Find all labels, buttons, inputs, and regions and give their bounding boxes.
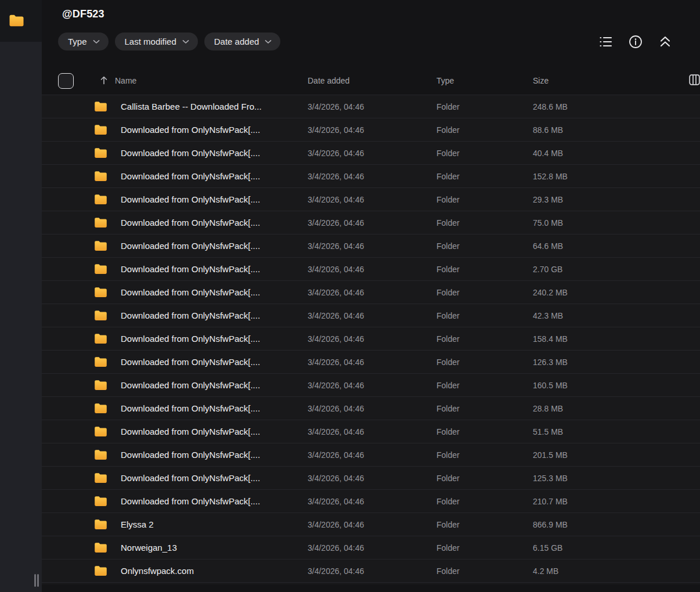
collapse-up-icon[interactable] (658, 35, 672, 49)
file-date-added: 3/4/2026, 04:46 (308, 474, 436, 483)
sidebar-workspace-section (0, 0, 42, 42)
select-all-checkbox[interactable] (58, 73, 74, 89)
file-type: Folder (436, 520, 533, 529)
table-row[interactable]: Downloaded from OnlyNsfwPack[.... 3/4/20… (42, 373, 700, 396)
file-size: 4.2 MB (533, 566, 672, 576)
file-size: 40.4 MB (533, 149, 672, 158)
columns-settings-icon[interactable] (689, 74, 700, 87)
table-row[interactable]: Downloaded from OnlyNsfwPack[.... 3/4/20… (42, 489, 700, 512)
file-type: Folder (436, 149, 533, 158)
column-header-size[interactable]: Size (533, 76, 672, 85)
file-size: 160.5 MB (533, 381, 672, 390)
table-row-partial[interactable] (42, 582, 700, 584)
folder-icon (94, 519, 107, 530)
file-size: 64.6 MB (533, 241, 672, 251)
file-name: Downloaded from OnlyNsfwPack[.... (121, 357, 260, 367)
table-row[interactable]: Downloaded from OnlyNsfwPack[.... 3/4/20… (42, 118, 700, 141)
file-date-added: 3/4/2026, 04:46 (308, 102, 436, 111)
table-row[interactable]: Downloaded from OnlyNsfwPack[.... 3/4/20… (42, 420, 700, 443)
filter-date-added-label: Date added (214, 37, 259, 46)
filter-type-dropdown[interactable]: Type (58, 33, 109, 50)
file-size: 75.0 MB (533, 218, 672, 228)
table-row[interactable]: Downloaded from OnlyNsfwPack[.... 3/4/20… (42, 187, 700, 211)
table-row[interactable]: Downloaded from OnlyNsfwPack[.... 3/4/20… (42, 211, 700, 234)
file-date-added: 3/4/2026, 04:46 (308, 566, 436, 576)
file-type: Folder (436, 265, 533, 274)
folder-icon (9, 14, 24, 30)
file-type: Folder (436, 358, 533, 367)
file-type: Folder (436, 427, 533, 436)
file-name: Downloaded from OnlyNsfwPack[.... (121, 194, 260, 204)
table-row[interactable]: Downloaded from OnlyNsfwPack[.... 3/4/20… (42, 164, 700, 187)
file-name: Downloaded from OnlyNsfwPack[.... (121, 171, 260, 181)
table-row[interactable]: Downloaded from OnlyNsfwPack[.... 3/4/20… (42, 443, 700, 466)
file-type: Folder (436, 172, 533, 181)
list-view-icon[interactable] (599, 35, 613, 49)
folder-icon (94, 496, 107, 507)
folder-icon (94, 263, 107, 275)
file-name: Downloaded from OnlyNsfwPack[.... (121, 403, 260, 413)
file-size: 125.3 MB (533, 474, 672, 483)
file-date-added: 3/4/2026, 04:46 (308, 265, 436, 274)
toolbar-actions (599, 35, 672, 49)
file-size: 51.5 MB (533, 427, 672, 436)
chevron-down-icon (93, 39, 100, 44)
file-type: Folder (436, 381, 533, 390)
table-row[interactable]: Downloaded from OnlyNsfwPack[.... 3/4/20… (42, 466, 700, 489)
file-size: 240.2 MB (533, 288, 672, 297)
file-size: 158.4 MB (533, 334, 672, 344)
table-row[interactable]: Downloaded from OnlyNsfwPack[.... 3/4/20… (42, 350, 700, 373)
table-row[interactable]: Downloaded from OnlyNsfwPack[.... 3/4/20… (42, 280, 700, 304)
table-row[interactable]: Downloaded from OnlyNsfwPack[.... 3/4/20… (42, 257, 700, 280)
column-header-date-added[interactable]: Date added (308, 76, 436, 85)
table-row[interactable]: Callista Barbee -- Downloaded Fro... 3/4… (42, 95, 700, 118)
file-type: Folder (436, 566, 533, 576)
file-size: 152.8 MB (533, 172, 672, 181)
file-date-added: 3/4/2026, 04:46 (308, 311, 436, 320)
file-name: Elyssa 2 (121, 519, 154, 529)
table-row[interactable]: Downloaded from OnlyNsfwPack[.... 3/4/20… (42, 304, 700, 327)
file-name: Downloaded from OnlyNsfwPack[.... (121, 496, 260, 506)
file-date-added: 3/4/2026, 04:46 (308, 172, 436, 181)
chevron-down-icon (182, 39, 189, 44)
file-type: Folder (436, 311, 533, 320)
sort-ascending-icon[interactable] (100, 75, 108, 86)
file-type: Folder (436, 497, 533, 506)
filter-last-modified-label: Last modified (125, 37, 176, 46)
filter-chips: Type Last modified Date added (58, 33, 280, 50)
column-header-name[interactable]: Name (94, 75, 308, 86)
file-size: 201.5 MB (533, 450, 672, 460)
file-size: 2.70 GB (533, 265, 672, 274)
filter-date-added-dropdown[interactable]: Date added (204, 33, 281, 50)
file-type: Folder (436, 218, 533, 228)
folder-icon (94, 542, 107, 553)
column-label-name: Name (115, 76, 136, 85)
file-size: 126.3 MB (533, 358, 672, 367)
table-row[interactable]: Downloaded from OnlyNsfwPack[.... 3/4/20… (42, 234, 700, 257)
table-row[interactable]: Downloaded from OnlyNsfwPack[.... 3/4/20… (42, 141, 700, 164)
workspace-folder-button[interactable] (5, 11, 27, 32)
table-row[interactable]: Downloaded from OnlyNsfwPack[.... 3/4/20… (42, 396, 700, 420)
page-title: @DF523 (42, 0, 700, 20)
file-size: 42.3 MB (533, 311, 672, 320)
file-type: Folder (436, 474, 533, 483)
folder-icon (94, 426, 107, 437)
table-row[interactable]: Norweigan_13 3/4/2026, 04:46 Folder 6.15… (42, 536, 700, 559)
column-label-type: Type (436, 76, 454, 85)
table-row[interactable]: Onlynsfwpack.com 3/4/2026, 04:46 Folder … (42, 559, 700, 582)
file-type: Folder (436, 288, 533, 297)
folder-icon (94, 240, 107, 251)
file-date-added: 3/4/2026, 04:46 (308, 450, 436, 460)
file-date-added: 3/4/2026, 04:46 (308, 404, 436, 413)
column-header-type[interactable]: Type (436, 76, 533, 85)
table-row[interactable]: Elyssa 2 3/4/2026, 04:46 Folder 866.9 MB (42, 512, 700, 536)
folder-icon (94, 310, 107, 321)
sidebar-resize-handle[interactable] (34, 573, 41, 587)
file-name: Downloaded from OnlyNsfwPack[.... (121, 380, 260, 390)
info-icon[interactable] (629, 35, 643, 49)
column-label-size: Size (533, 76, 549, 85)
table-row[interactable]: Downloaded from OnlyNsfwPack[.... 3/4/20… (42, 327, 700, 350)
filter-last-modified-dropdown[interactable]: Last modified (115, 33, 198, 50)
file-size: 88.6 MB (533, 125, 672, 135)
file-type: Folder (436, 334, 533, 344)
